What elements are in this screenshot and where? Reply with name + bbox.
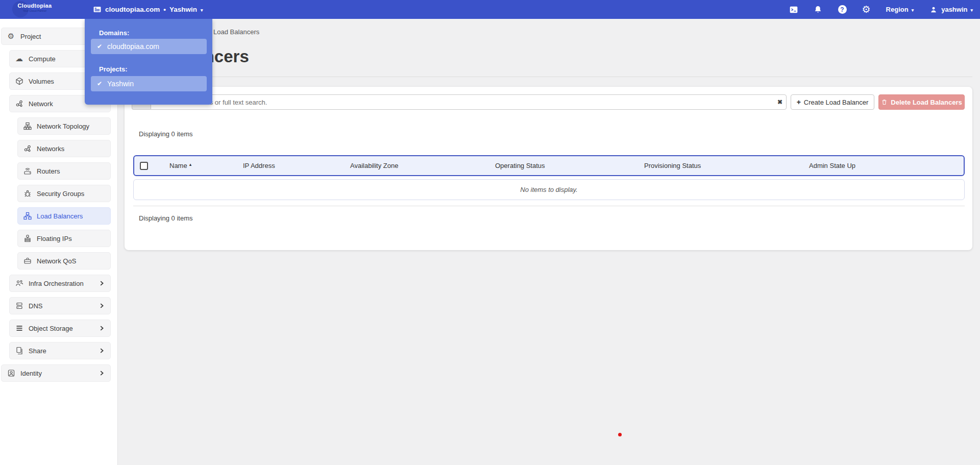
- user-icon: [929, 5, 938, 14]
- items-count-bottom: Displaying 0 items: [139, 214, 193, 222]
- sidebar-item-label: Infra Orchestration: [29, 280, 84, 287]
- help-icon[interactable]: ?: [838, 5, 847, 14]
- trash-icon: [881, 99, 888, 106]
- pages-icon: [15, 347, 23, 355]
- brand-name: Cloudtopiaa: [14, 3, 55, 9]
- chevron-right-icon: [98, 280, 105, 287]
- floating-ip-icon: [23, 234, 32, 243]
- topology-icon: [23, 122, 32, 131]
- domain-project-dropdown: Domains: ✔ cloudtopiaa.com Projects: ✔ Y…: [85, 19, 212, 105]
- domain-option-cloudtopiaa[interactable]: ✔ cloudtopiaa.com: [91, 39, 207, 54]
- cursor-click-indicator: [618, 433, 622, 436]
- sidebar-item-label: Security Groups: [37, 190, 84, 198]
- sidebar-item-share[interactable]: Share: [9, 342, 111, 359]
- sidebar-item-label: DNS: [29, 302, 42, 310]
- sidebar-item-network-topology[interactable]: Network Topology: [17, 117, 111, 135]
- sidebar-item-load-balancers[interactable]: Load Balancers: [17, 207, 111, 225]
- column-label: IP Address: [243, 162, 275, 169]
- sidebar-item-identity[interactable]: Identity: [1, 364, 111, 382]
- sidebar-item-label: Object Storage: [29, 325, 73, 332]
- sidebar-item-network-qos[interactable]: Network QoS: [17, 252, 111, 270]
- domains-label: Domains:: [99, 29, 129, 37]
- bell-icon[interactable]: [814, 5, 823, 14]
- list-icon: [92, 5, 102, 14]
- check-icon: ✔: [97, 80, 102, 87]
- brand-tagline: Your Cloud Partner: [14, 9, 55, 12]
- app-screen: Cloudtopiaa Your Cloud Partner cloudtopi…: [0, 0, 980, 465]
- project-option-yashwin[interactable]: ✔ Yashwin: [91, 76, 207, 91]
- search-input[interactable]: [151, 94, 787, 110]
- molecule-icon: [23, 144, 32, 153]
- bars-icon: [15, 324, 23, 333]
- empty-table-message: No items to display.: [133, 179, 965, 200]
- column-label: Name: [169, 162, 187, 169]
- column-label: Operating Status: [495, 162, 545, 169]
- column-label: Admin State Up: [809, 162, 855, 169]
- domain-project-switcher[interactable]: cloudtopiaa.com • Yashwin ▾: [92, 0, 203, 19]
- sidebar-item-label: Network Topology: [37, 123, 89, 130]
- sidebar-item-label: Identity: [20, 370, 42, 377]
- column-header-provisioning-status[interactable]: Provisioning Status: [644, 156, 701, 175]
- sidebar-item-routers[interactable]: Routers: [17, 162, 111, 180]
- chevron-right-icon: [98, 370, 105, 377]
- sidebar-item-label: Volumes: [29, 78, 54, 85]
- chevron-right-icon: [98, 347, 105, 354]
- sidebar-item-label: Routers: [37, 167, 60, 175]
- switcher-project: Yashwin: [169, 6, 197, 13]
- sidebar-item-networks[interactable]: Networks: [17, 140, 111, 157]
- brand-logo[interactable]: Cloudtopiaa Your Cloud Partner: [14, 3, 55, 12]
- topbar-right-controls: ? ⚙ Region ▾ yashwin ▾: [789, 0, 973, 19]
- cube-icon: [15, 77, 23, 86]
- sort-asc-icon: ▴: [189, 162, 192, 167]
- delete-load-balancers-button[interactable]: Delete Load Balancers: [878, 94, 965, 110]
- items-count-top: Displaying 0 items: [139, 130, 193, 138]
- sidebar-item-label: Networks: [37, 145, 64, 153]
- domain-option-label: cloudtopiaa.com: [107, 42, 159, 51]
- sidebar-item-infra-orchestration[interactable]: Infra Orchestration: [9, 275, 111, 292]
- title-divider: [125, 77, 972, 77]
- region-label: Region: [886, 6, 909, 13]
- create-button-label: Create Load Balancer: [804, 99, 868, 106]
- user-menu[interactable]: yashwin ▾: [929, 5, 973, 14]
- project-gear-icon: ⚙: [7, 32, 15, 41]
- terminal-icon[interactable]: [789, 5, 798, 14]
- clear-search-icon[interactable]: ✖: [775, 97, 785, 107]
- table-header-row: Name ▴ IP Address Availability Zone Oper…: [133, 155, 965, 176]
- sidebar-item-label: Floating IPs: [37, 235, 72, 242]
- column-label: Provisioning Status: [644, 162, 701, 169]
- column-header-name[interactable]: Name ▴: [169, 156, 191, 175]
- sidebar-item-security-groups[interactable]: Security Groups: [17, 185, 111, 202]
- top-navigation-bar: Cloudtopiaa Your Cloud Partner cloudtopi…: [0, 0, 980, 19]
- region-dropdown[interactable]: Region ▾: [886, 6, 914, 13]
- sidebar-item-label: Load Balancers: [37, 212, 83, 220]
- sidebar-item-object-storage[interactable]: Object Storage: [9, 320, 111, 337]
- sidebar-item-label: Compute: [29, 55, 56, 63]
- sidebar-item-label: Network QoS: [37, 257, 76, 265]
- router-icon: [23, 167, 32, 176]
- column-header-operating-status[interactable]: Operating Status: [495, 156, 545, 175]
- check-icon: ✔: [97, 43, 102, 50]
- project-option-label: Yashwin: [107, 80, 134, 88]
- bug-icon: [23, 189, 32, 198]
- sidebar-item-label: Share: [29, 347, 46, 355]
- column-header-admin-state-up[interactable]: Admin State Up: [809, 156, 855, 175]
- people-icon: [15, 279, 23, 288]
- briefcase-icon: [23, 257, 32, 265]
- column-header-ip-address[interactable]: IP Address: [243, 156, 275, 175]
- sidebar-item-dns[interactable]: DNS: [9, 297, 111, 314]
- select-all-checkbox[interactable]: [140, 162, 148, 170]
- id-badge-icon: [7, 369, 15, 378]
- sidebar-item-floating-ips[interactable]: Floating IPs: [17, 230, 111, 247]
- user-name: yashwin: [941, 6, 967, 13]
- chevron-down-icon: ▾: [912, 8, 914, 13]
- breadcrumb[interactable]: Load Balancers: [213, 28, 259, 36]
- column-header-availability-zone[interactable]: Availability Zone: [350, 156, 398, 175]
- chevron-right-icon: [98, 325, 105, 332]
- projects-label: Projects:: [99, 65, 128, 73]
- gear-icon[interactable]: ⚙: [862, 5, 871, 14]
- plus-icon: +: [797, 98, 801, 106]
- create-load-balancer-button[interactable]: + Create Load Balancer: [791, 94, 874, 110]
- chevron-right-icon: [98, 302, 105, 309]
- table-footer-divider: [133, 206, 965, 206]
- sidebar-item-label: Project: [20, 33, 41, 40]
